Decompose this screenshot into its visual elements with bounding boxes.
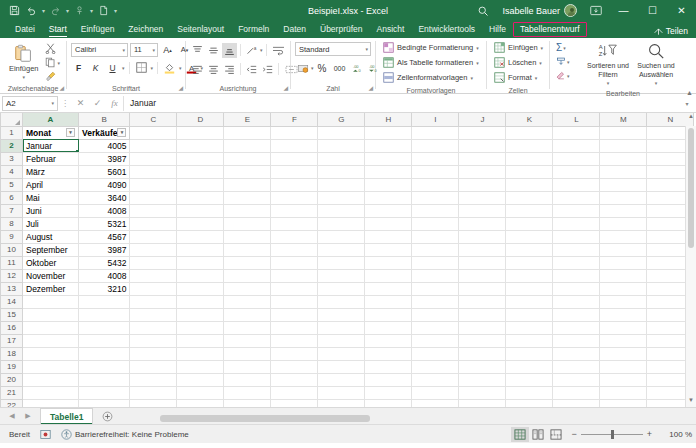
align-right-icon[interactable]: [222, 62, 237, 77]
increase-decimal-icon[interactable]: .000: [350, 61, 365, 76]
cell-M21[interactable]: [600, 386, 647, 399]
cell-D12[interactable]: [177, 269, 224, 282]
row-header-5[interactable]: 5: [1, 178, 23, 191]
currency-dropdown-icon[interactable]: ▾: [311, 65, 314, 71]
cell-E20[interactable]: [224, 373, 271, 386]
cell-K16[interactable]: [506, 321, 553, 334]
row-header-20[interactable]: 20: [1, 373, 23, 386]
cell-M15[interactable]: [600, 308, 647, 321]
cell-H18[interactable]: [365, 347, 412, 360]
cell-A22[interactable]: [23, 399, 79, 407]
cell-B14[interactable]: [79, 295, 130, 308]
tab-start[interactable]: Start: [42, 23, 74, 38]
cell-A20[interactable]: [23, 373, 79, 386]
orientation-icon[interactable]: a: [244, 43, 259, 58]
cell-J12[interactable]: [459, 269, 506, 282]
paste-button[interactable]: Einfügen ▾: [4, 41, 43, 82]
percent-format-icon[interactable]: %: [315, 61, 330, 76]
cell-D20[interactable]: [177, 373, 224, 386]
cell-A16[interactable]: [23, 321, 79, 334]
cell-A17[interactable]: [23, 334, 79, 347]
column-header-l[interactable]: L: [553, 113, 600, 126]
cell-I16[interactable]: [412, 321, 459, 334]
cell-A7[interactable]: Juni: [23, 204, 79, 217]
row-header-21[interactable]: 21: [1, 386, 23, 399]
zoom-in-button[interactable]: +: [647, 429, 652, 439]
cell-M9[interactable]: [600, 230, 647, 243]
cell-J22[interactable]: [459, 399, 506, 407]
cell-L11[interactable]: [553, 256, 600, 269]
row-header-8[interactable]: 8: [1, 217, 23, 230]
accessibility-status[interactable]: Barrierefreiheit: Keine Probleme: [56, 429, 194, 440]
format-painter-button[interactable]: [43, 70, 62, 83]
orientation-dropdown-icon[interactable]: ▾: [260, 47, 263, 53]
cell-L8[interactable]: [553, 217, 600, 230]
cell-K3[interactable]: [506, 152, 553, 165]
scroll-up-icon[interactable]: ▲: [686, 113, 696, 123]
cell-B10[interactable]: 3987: [79, 243, 130, 256]
cell-M13[interactable]: [600, 282, 647, 295]
tab-ueberpruefen[interactable]: Überprüfen: [313, 23, 370, 38]
customize-qat-icon[interactable]: ▾: [112, 7, 119, 14]
cell-M11[interactable]: [600, 256, 647, 269]
cell-E17[interactable]: [224, 334, 271, 347]
cell-E11[interactable]: [224, 256, 271, 269]
cell-D8[interactable]: [177, 217, 224, 230]
cell-L18[interactable]: [553, 347, 600, 360]
cell-G20[interactable]: [318, 373, 365, 386]
cell-F20[interactable]: [271, 373, 318, 386]
avatar[interactable]: [564, 4, 577, 17]
cell-I14[interactable]: [412, 295, 459, 308]
cell-B11[interactable]: 5432: [79, 256, 130, 269]
cell-E16[interactable]: [224, 321, 271, 334]
copy-dropdown-icon[interactable]: ▾: [57, 60, 60, 66]
cell-I8[interactable]: [412, 217, 459, 230]
cell-I20[interactable]: [412, 373, 459, 386]
sort-filter-button[interactable]: AZ Sortieren und Filtern ▾: [586, 40, 630, 88]
select-all-corner[interactable]: [1, 113, 23, 126]
font-dialog-launcher-icon[interactable]: ◢: [178, 83, 183, 94]
cell-K12[interactable]: [506, 269, 553, 282]
cell-C22[interactable]: [130, 399, 177, 407]
cell-C11[interactable]: [130, 256, 177, 269]
cell-L19[interactable]: [553, 360, 600, 373]
touch-mode-dropdown-icon[interactable]: ▾: [88, 7, 95, 14]
row-header-16[interactable]: 16: [1, 321, 23, 334]
cell-M2[interactable]: [600, 139, 647, 152]
cell-E3[interactable]: [224, 152, 271, 165]
column-header-a[interactable]: A: [23, 113, 79, 126]
format-cells-button[interactable]: Format ▾: [491, 70, 539, 85]
cell-M17[interactable]: [600, 334, 647, 347]
cell-I15[interactable]: [412, 308, 459, 321]
align-top-icon[interactable]: [190, 43, 205, 58]
cell-G1[interactable]: [318, 126, 365, 139]
sheet-tab-tabelle1[interactable]: Tabelle1: [40, 408, 93, 424]
cell-F22[interactable]: [271, 399, 318, 407]
column-header-k[interactable]: K: [506, 113, 553, 126]
cell-K15[interactable]: [506, 308, 553, 321]
cell-J3[interactable]: [459, 152, 506, 165]
cell-M12[interactable]: [600, 269, 647, 282]
cell-C20[interactable]: [130, 373, 177, 386]
column-header-j[interactable]: J: [459, 113, 506, 126]
cell-J8[interactable]: [459, 217, 506, 230]
tab-daten[interactable]: Daten: [276, 23, 313, 38]
name-box[interactable]: A2 ▾: [2, 96, 58, 111]
align-left-icon[interactable]: [190, 62, 205, 77]
cell-L22[interactable]: [553, 399, 600, 407]
conditional-formatting-button[interactable]: Bedingte Formatierung ▾: [380, 40, 481, 55]
cell-A6[interactable]: Mai: [23, 191, 79, 204]
cell-L20[interactable]: [553, 373, 600, 386]
cell-F19[interactable]: [271, 360, 318, 373]
cell-G15[interactable]: [318, 308, 365, 321]
ribbon-display-options-icon[interactable]: [583, 0, 609, 21]
cell-B21[interactable]: [79, 386, 130, 399]
tab-formeln[interactable]: Formeln: [231, 23, 276, 38]
cell-E15[interactable]: [224, 308, 271, 321]
cell-F10[interactable]: [271, 243, 318, 256]
cell-K20[interactable]: [506, 373, 553, 386]
cell-F7[interactable]: [271, 204, 318, 217]
cell-F21[interactable]: [271, 386, 318, 399]
cell-C3[interactable]: [130, 152, 177, 165]
row-header-12[interactable]: 12: [1, 269, 23, 282]
